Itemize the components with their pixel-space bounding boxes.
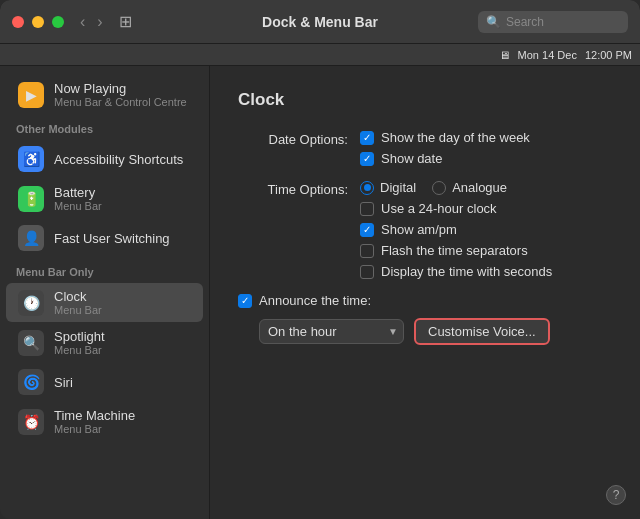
forward-button[interactable]: ›: [93, 11, 106, 33]
time-machine-sublabel: Menu Bar: [54, 423, 135, 435]
now-playing-icon: ▶: [18, 82, 44, 108]
sidebar-text-fast-user: Fast User Switching: [54, 231, 170, 246]
accessibility-icon: ♿: [18, 146, 44, 172]
grid-icon[interactable]: ⊞: [119, 12, 132, 31]
clock-sublabel: Menu Bar: [54, 304, 102, 316]
sidebar-text-now-playing: Now Playing Menu Bar & Control Centre: [54, 81, 187, 108]
back-button[interactable]: ‹: [76, 11, 89, 33]
show-date-label: Show date: [381, 151, 442, 166]
time-options-controls: Digital Analogue Use a 24-hour clock Sho…: [360, 180, 552, 279]
24hr-label: Use a 24-hour clock: [381, 201, 497, 216]
spotlight-sublabel: Menu Bar: [54, 344, 105, 356]
date-options-controls: Show the day of the week Show date: [360, 130, 530, 166]
maximize-button[interactable]: [52, 16, 64, 28]
siri-label: Siri: [54, 375, 73, 390]
time-options-label: Time Options:: [238, 180, 348, 197]
date-options-label: Date Options:: [238, 130, 348, 147]
sidebar-section-menubar: Menu Bar Only: [0, 258, 209, 282]
time-options-row: Time Options: Digital Analogue Us: [238, 180, 612, 279]
siri-icon: 🌀: [18, 369, 44, 395]
sidebar-text-time-machine: Time Machine Menu Bar: [54, 408, 135, 435]
announce-label: Announce the time:: [259, 293, 371, 308]
accessibility-label: Accessibility Shortcuts: [54, 152, 183, 167]
sidebar-item-spotlight[interactable]: 🔍 Spotlight Menu Bar: [6, 323, 203, 362]
show-date-checkbox[interactable]: [360, 152, 374, 166]
show-day-checkbox[interactable]: [360, 131, 374, 145]
customise-voice-button[interactable]: Customise Voice...: [414, 318, 550, 345]
sidebar-section-other: Other Modules: [0, 115, 209, 139]
battery-label: Battery: [54, 185, 102, 200]
announce-controls: On the hour On the half hour On the quar…: [259, 318, 612, 345]
analogue-label: Analogue: [452, 180, 507, 195]
announce-select-wrapper: On the hour On the half hour On the quar…: [259, 319, 404, 344]
time-machine-icon: ⏰: [18, 409, 44, 435]
24hr-checkbox[interactable]: [360, 202, 374, 216]
seconds-checkbox[interactable]: [360, 265, 374, 279]
menu-bar-date: Mon 14 Dec: [518, 49, 577, 61]
announce-checkbox[interactable]: [238, 294, 252, 308]
announce-section: Announce the time: On the hour On the ha…: [238, 293, 612, 345]
traffic-lights: [12, 16, 64, 28]
sidebar-item-accessibility[interactable]: ♿ Accessibility Shortcuts: [6, 140, 203, 178]
now-playing-label: Now Playing: [54, 81, 187, 96]
spotlight-label: Spotlight: [54, 329, 105, 344]
screen-icon: 🖥: [499, 49, 510, 61]
ampm-label: Show am/pm: [381, 222, 457, 237]
fast-user-icon: 👤: [18, 225, 44, 251]
help-button[interactable]: ?: [606, 485, 626, 505]
fast-user-label: Fast User Switching: [54, 231, 170, 246]
search-box: 🔍: [478, 11, 628, 33]
seconds-row: Display the time with seconds: [360, 264, 552, 279]
sidebar-text-battery: Battery Menu Bar: [54, 185, 102, 212]
sidebar-item-fast-user[interactable]: 👤 Fast User Switching: [6, 219, 203, 257]
battery-icon: 🔋: [18, 186, 44, 212]
sidebar-item-now-playing[interactable]: ▶ Now Playing Menu Bar & Control Centre: [6, 75, 203, 114]
main-layout: ▶ Now Playing Menu Bar & Control Centre …: [0, 66, 640, 519]
content-area: Clock Date Options: Show the day of the …: [210, 66, 640, 519]
sidebar-text-accessibility: Accessibility Shortcuts: [54, 152, 183, 167]
show-day-row: Show the day of the week: [360, 130, 530, 145]
sidebar-item-time-machine[interactable]: ⏰ Time Machine Menu Bar: [6, 402, 203, 441]
digital-radio[interactable]: [360, 181, 374, 195]
sidebar-text-siri: Siri: [54, 375, 73, 390]
sidebar-text-spotlight: Spotlight Menu Bar: [54, 329, 105, 356]
ampm-row: Show am/pm: [360, 222, 552, 237]
ampm-checkbox[interactable]: [360, 223, 374, 237]
close-button[interactable]: [12, 16, 24, 28]
24hr-row: Use a 24-hour clock: [360, 201, 552, 216]
flash-label: Flash the time separators: [381, 243, 528, 258]
sidebar-text-clock: Clock Menu Bar: [54, 289, 102, 316]
analogue-radio-row: Analogue: [432, 180, 507, 195]
titlebar: ‹ › ⊞ Dock & Menu Bar 🔍: [0, 0, 640, 44]
time-format-radio-group: Digital Analogue: [360, 180, 552, 195]
search-input[interactable]: [506, 15, 620, 29]
analogue-radio[interactable]: [432, 181, 446, 195]
announce-select[interactable]: On the hour On the half hour On the quar…: [259, 319, 404, 344]
menu-bar-time: 12:00 PM: [585, 49, 632, 61]
sidebar-item-clock[interactable]: 🕐 Clock Menu Bar: [6, 283, 203, 322]
sidebar-item-battery[interactable]: 🔋 Battery Menu Bar: [6, 179, 203, 218]
sidebar-item-siri[interactable]: 🌀 Siri: [6, 363, 203, 401]
date-options-row: Date Options: Show the day of the week S…: [238, 130, 612, 166]
show-day-label: Show the day of the week: [381, 130, 530, 145]
seconds-label: Display the time with seconds: [381, 264, 552, 279]
time-machine-label: Time Machine: [54, 408, 135, 423]
sidebar: ▶ Now Playing Menu Bar & Control Centre …: [0, 66, 210, 519]
announce-row: Announce the time:: [238, 293, 612, 308]
section-title: Clock: [238, 90, 612, 110]
minimize-button[interactable]: [32, 16, 44, 28]
clock-icon: 🕐: [18, 290, 44, 316]
show-date-row: Show date: [360, 151, 530, 166]
digital-label: Digital: [380, 180, 416, 195]
search-icon: 🔍: [486, 15, 501, 29]
flash-checkbox[interactable]: [360, 244, 374, 258]
digital-radio-row: Digital: [360, 180, 416, 195]
spotlight-icon: 🔍: [18, 330, 44, 356]
flash-row: Flash the time separators: [360, 243, 552, 258]
battery-sublabel: Menu Bar: [54, 200, 102, 212]
now-playing-sublabel: Menu Bar & Control Centre: [54, 96, 187, 108]
titlebar-title: Dock & Menu Bar: [262, 14, 378, 30]
menu-bar-strip: 🖥 Mon 14 Dec 12:00 PM: [0, 44, 640, 66]
clock-label: Clock: [54, 289, 102, 304]
nav-buttons: ‹ ›: [76, 11, 107, 33]
